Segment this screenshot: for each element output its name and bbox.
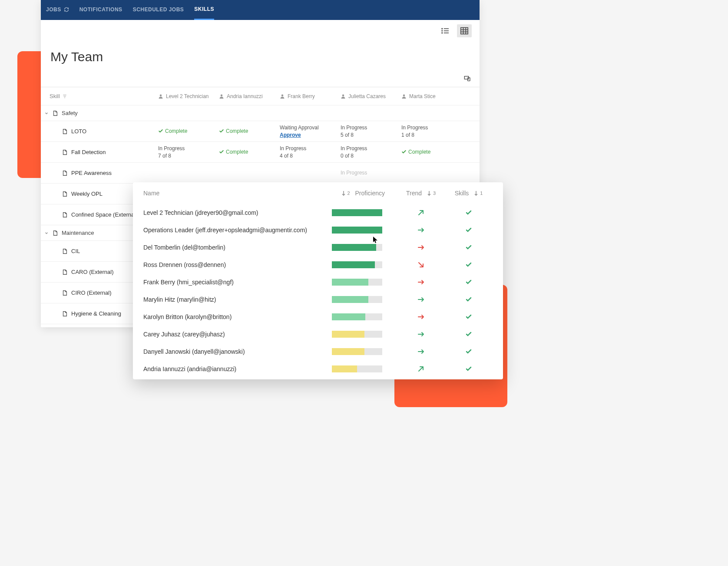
col-header-4[interactable]: Marta Stice — [401, 93, 462, 99]
checkmark-icon — [465, 331, 472, 338]
col-header-1[interactable]: Andria Iannuzzi — [219, 93, 280, 99]
proficiency-row[interactable]: Karolyn Britton (karolyn@britton) — [133, 308, 503, 326]
trend-right-icon — [417, 331, 424, 338]
skill-label: CIRO (External) — [71, 290, 111, 296]
skills-cell — [445, 331, 493, 338]
proficiency-panel: Name 2 Proficiency Trend 3 Skills 1 Leve… — [133, 182, 503, 379]
overlay-col-proficiency[interactable]: 2 Proficiency — [332, 190, 397, 197]
document-icon — [62, 212, 68, 218]
col-header-3-label: Julietta Cazares — [348, 93, 386, 99]
overlay-header-row: Name 2 Proficiency Trend 3 Skills 1 — [133, 182, 503, 204]
status-complete: Complete — [158, 128, 219, 135]
chevron-down-icon[interactable] — [44, 231, 49, 235]
svg-point-20 — [403, 94, 405, 96]
row-name: Marylin Hitz (marylin@hitz) — [143, 296, 332, 303]
refresh-icon — [64, 7, 69, 12]
checkmark-icon — [465, 296, 472, 303]
device-icon[interactable] — [464, 76, 471, 82]
document-icon — [62, 248, 68, 254]
status-complete: Complete — [401, 148, 462, 156]
document-icon — [52, 230, 58, 236]
col-header-1-label: Andria Iannuzzi — [227, 93, 263, 99]
proficiency-row[interactable]: Ross Drennen (ross@dennen) — [133, 256, 503, 273]
proficiency-row[interactable]: Del Tomberlin (del@tomberlin) — [133, 239, 503, 256]
sort-order-1: 1 — [480, 191, 483, 196]
trend-cell — [397, 296, 445, 303]
document-icon — [62, 269, 68, 275]
svg-point-2 — [442, 30, 443, 31]
grid-view-button[interactable] — [457, 24, 472, 37]
proficiency-bar — [332, 261, 397, 268]
nav-jobs-label: JOBS — [46, 7, 61, 13]
proficiency-bar — [332, 296, 397, 303]
list-view-button[interactable] — [438, 24, 453, 37]
skills-cell — [445, 365, 493, 372]
checkmark-icon — [219, 149, 224, 155]
trend-right-icon — [417, 296, 424, 303]
row-name: Carey Juhasz (carey@juhasz) — [143, 331, 332, 338]
checkmark-icon — [219, 128, 224, 134]
trend-cell — [397, 244, 445, 251]
skill-label: Confined Space (External) — [71, 211, 137, 218]
skill-row: LOTOCompleteCompleteWaiting ApprovalAppr… — [41, 121, 480, 142]
skill-label: Fall Detection — [71, 149, 106, 155]
skills-cell — [445, 261, 493, 268]
col-header-3[interactable]: Julietta Cazares — [341, 93, 401, 99]
nav-jobs[interactable]: JOBS — [46, 7, 69, 13]
proficiency-row[interactable]: Andria Iannuzzi (andria@iannuzzi) — [133, 360, 503, 378]
person-icon — [219, 94, 224, 99]
skill-label: LOTO — [71, 128, 86, 135]
nav-scheduled-jobs[interactable]: SCHEDULED JOBS — [133, 7, 184, 13]
trend-down-right-icon — [417, 261, 424, 268]
trend-cell — [397, 261, 445, 268]
nav-notifications[interactable]: NOTIFICATIONS — [79, 7, 122, 13]
checkmark-icon — [465, 261, 472, 268]
col-header-2-label: Frank Berry — [288, 93, 315, 99]
skill-name-cell[interactable]: LOTO — [41, 128, 158, 135]
sort-order-3: 3 — [433, 191, 436, 196]
overlay-col-skills[interactable]: Skills 1 — [445, 190, 493, 197]
skill-label: CARO (External) — [71, 269, 114, 275]
document-icon — [62, 170, 68, 176]
svg-point-16 — [160, 94, 162, 96]
overlay-col-name[interactable]: Name — [143, 190, 332, 197]
checkmark-icon — [465, 244, 472, 251]
proficiency-row[interactable]: Operations Leader (jeff.dreyer+opsleadgm… — [133, 221, 503, 239]
toolbar-row — [41, 70, 480, 87]
mouse-cursor-icon — [373, 236, 378, 244]
col-header-4-label: Marta Stice — [409, 93, 436, 99]
row-name: Frank Berry (hmi_specialist@ngf) — [143, 279, 332, 286]
sort-down-icon — [474, 191, 478, 196]
category-name: Safety — [62, 110, 78, 116]
proficiency-row[interactable]: Marylin Hitz (marylin@hitz) — [133, 291, 503, 308]
document-icon — [62, 149, 68, 155]
proficiency-bar — [332, 313, 397, 320]
trend-right-icon — [417, 227, 424, 234]
proficiency-row[interactable]: Level 2 Technician (jdreyer90@gmail.com) — [133, 204, 503, 221]
skills-cell — [445, 348, 493, 355]
top-nav: JOBS NOTIFICATIONS SCHEDULED JOBS SKILLS — [41, 0, 480, 20]
proficiency-row[interactable]: Danyell Janowski (danyell@janowski) — [133, 343, 503, 360]
category-row[interactable]: Safety — [41, 105, 480, 121]
col-header-2[interactable]: Frank Berry — [280, 93, 341, 99]
overlay-col-trend[interactable]: Trend 3 — [397, 190, 445, 197]
skill-label: Hygiene & Cleaning — [71, 310, 121, 317]
col-header-0[interactable]: Level 2 Technician — [158, 93, 219, 99]
person-icon — [280, 94, 285, 99]
proficiency-row[interactable]: Frank Berry (hmi_specialist@ngf) — [133, 273, 503, 291]
chevron-down-icon[interactable] — [44, 111, 49, 115]
decorative-bg-top — [17, 51, 41, 178]
list-icon — [441, 27, 450, 34]
row-name: Operations Leader (jeff.dreyer+opsleadgm… — [143, 227, 332, 234]
skill-column-header[interactable]: Skill — [41, 93, 158, 99]
proficiency-bar — [332, 279, 397, 286]
trend-cell — [397, 279, 445, 286]
trend-cell — [397, 313, 445, 320]
proficiency-row[interactable]: Carey Juhasz (carey@juhasz) — [133, 326, 503, 343]
approve-link[interactable]: Approve — [280, 132, 301, 138]
proficiency-bar — [332, 331, 397, 338]
nav-skills[interactable]: SKILLS — [194, 0, 214, 20]
skill-name-cell[interactable]: Fall Detection — [41, 149, 158, 155]
skill-name-cell[interactable]: PPE Awareness — [41, 170, 158, 176]
col-header-0-label: Level 2 Technician — [166, 93, 209, 99]
